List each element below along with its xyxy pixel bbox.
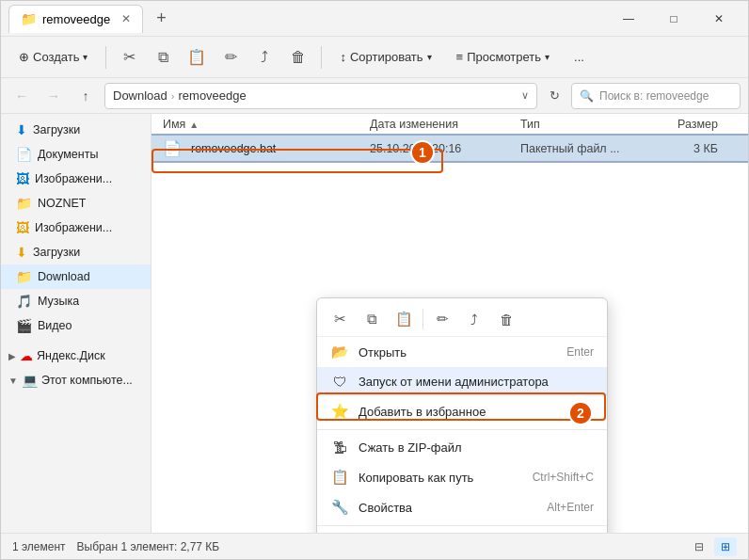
column-type-label: Тип <box>520 118 540 131</box>
sidebar-item-documents[interactable]: 📄 Документы <box>1 142 151 167</box>
file-bat-icon: 📄 <box>163 139 182 157</box>
ctx-runas-item[interactable]: 🛡 Запуск от имени администратора <box>317 367 607 396</box>
path-separator-1: › <box>171 90 175 102</box>
video-icon: 🎬 <box>16 318 32 333</box>
ctx-divider-2 <box>317 525 607 526</box>
view-button[interactable]: ≡ Просмотреть ▾ <box>446 45 561 69</box>
content-area: ⬇ Загрузки 📄 Документы 🖼 Изображени... 📁… <box>1 114 748 533</box>
ctx-copypath-shortcut: Ctrl+Shift+C <box>533 471 594 484</box>
tab-title: removeedge <box>42 12 110 26</box>
file-row[interactable]: 📄 removeedge.bat 25.10.2022 20:16 Пакетн… <box>151 136 748 161</box>
computer-icon: 💻 <box>22 373 38 388</box>
ctx-properties-shortcut: Alt+Enter <box>547 501 594 514</box>
download-folder-icon: 📁 <box>16 269 32 284</box>
file-size-cell: 3 КБ <box>643 142 718 155</box>
ctx-skype-item[interactable]: 🅢 Поделиться в Skype <box>317 529 607 533</box>
sidebar-item-video[interactable]: 🎬 Видео <box>1 313 151 338</box>
paste-button[interactable]: 📋 <box>182 42 212 72</box>
sort-icon: ↕ <box>340 50 346 64</box>
ctx-zip-label: Сжать в ZIP-файл <box>359 440 594 455</box>
address-bar: ← → ↑ Download › removeedge ∨ ↻ 🔍 Поиск … <box>1 78 748 114</box>
new-tab-button[interactable]: + <box>151 7 172 30</box>
address-path[interactable]: Download › removeedge ∨ <box>104 83 537 109</box>
context-menu: ✂ ⧉ 📋 ✏ ⤴ 🗑 📂 Открыть Enter 🛡 <box>316 297 608 533</box>
yandex-icon: ☁ <box>20 348 33 363</box>
sidebar-item-images2[interactable]: 🖼 Изображени... <box>1 216 151 240</box>
more-button[interactable]: ... <box>564 45 595 69</box>
ctx-rename-button[interactable]: ✏ <box>427 306 457 332</box>
downloads-icon: ⬇ <box>16 122 27 137</box>
sidebar-item-noznet[interactable]: 📁 NOZNET <box>1 191 151 216</box>
images2-icon: 🖼 <box>16 220 29 235</box>
ctx-open-label: Открыть <box>359 345 557 360</box>
window-controls: — □ ✕ <box>607 5 741 33</box>
delete-button[interactable]: 🗑 <box>283 42 313 72</box>
forward-button[interactable]: → <box>40 83 67 109</box>
view-chevron-icon: ▾ <box>545 52 550 62</box>
ctx-divider-1 <box>317 429 607 430</box>
sidebar-item-downloads2[interactable]: ⬇ Загрузки <box>1 240 151 264</box>
file-size-value: 3 КБ <box>693 142 718 155</box>
window: 📁 removeedge ✕ + — □ ✕ ⊕ Создать ▾ ✂ ⧉ 📋… <box>0 0 749 560</box>
share-button[interactable]: ⤴ <box>249 42 279 72</box>
column-size[interactable]: Размер <box>643 118 718 131</box>
list-view-button[interactable]: ⊞ <box>714 537 737 556</box>
ctx-cut-button[interactable]: ✂ <box>325 306 355 332</box>
rename-button[interactable]: ✏ <box>215 42 246 72</box>
ctx-share-button[interactable]: ⤴ <box>459 306 489 332</box>
file-type-value: Пакетный файл ... <box>520 142 620 155</box>
column-date[interactable]: Дата изменения <box>370 118 520 131</box>
sidebar-item-label: Документы <box>38 148 98 161</box>
status-selected-info: Выбран 1 элемент: 2,77 КБ <box>77 540 220 553</box>
close-button[interactable]: ✕ <box>697 5 741 33</box>
sidebar-item-label: Загрузки <box>33 246 80 259</box>
ctx-zip-icon: 🗜 <box>330 440 349 456</box>
ctx-favorites-item[interactable]: ⭐ Добавить в избранное <box>317 396 607 426</box>
sidebar-section-label: Этот компьюте... <box>41 374 133 387</box>
maximize-button[interactable]: □ <box>652 5 695 33</box>
sort-button[interactable]: ↕ Сортировать ▾ <box>329 45 441 69</box>
create-button[interactable]: ⊕ Создать ▾ <box>8 45 98 69</box>
active-tab[interactable]: 📁 removeedge ✕ <box>8 5 143 33</box>
search-box[interactable]: 🔍 Поиск в: removeedge <box>571 83 741 109</box>
context-menu-toolbar: ✂ ⧉ 📋 ✏ ⤴ 🗑 <box>317 302 607 337</box>
music-icon: 🎵 <box>16 294 32 309</box>
column-size-label: Размер <box>677 118 718 131</box>
toolbar-separator-1 <box>105 46 106 69</box>
column-name[interactable]: Имя ▲ <box>163 118 370 131</box>
sidebar-item-label: Музыка <box>38 295 79 308</box>
cut-button[interactable]: ✂ <box>114 42 144 72</box>
sidebar-item-label: Изображени... <box>35 221 112 234</box>
sidebar-section-computer[interactable]: ▼ 💻 Этот компьюте... <box>1 368 151 392</box>
status-bar: 1 элемент Выбран 1 элемент: 2,77 КБ ⊟ ⊞ <box>1 533 748 559</box>
refresh-button[interactable]: ↻ <box>543 85 566 107</box>
ctx-properties-label: Свойства <box>359 501 537 515</box>
ctx-properties-item[interactable]: 🔧 Свойства Alt+Enter <box>317 492 607 522</box>
tab-close-button[interactable]: ✕ <box>121 12 131 25</box>
sidebar-item-images1[interactable]: 🖼 Изображени... <box>1 167 151 191</box>
file-type-cell: Пакетный файл ... <box>520 142 643 155</box>
ctx-zip-item[interactable]: 🗜 Сжать в ZIP-файл <box>317 433 607 462</box>
ctx-open-icon: 📂 <box>330 344 349 360</box>
ctx-copy-button[interactable]: ⧉ <box>357 306 387 332</box>
ctx-copypath-item[interactable]: 📋 Копировать как путь Ctrl+Shift+C <box>317 462 607 492</box>
create-label: Создать <box>33 50 79 64</box>
sidebar-item-music[interactable]: 🎵 Музыка <box>1 289 151 313</box>
column-type[interactable]: Тип <box>520 118 643 131</box>
search-placeholder: Поиск в: removeedge <box>599 89 709 103</box>
plus-icon: ⊕ <box>19 50 29 64</box>
title-bar: 📁 removeedge ✕ + — □ ✕ <box>1 1 748 37</box>
sidebar-item-download-folder[interactable]: 📁 Download <box>1 264 151 289</box>
minimize-button[interactable]: — <box>607 5 650 33</box>
details-view-button[interactable]: ⊟ <box>688 537 710 556</box>
ctx-open-item[interactable]: 📂 Открыть Enter <box>317 337 607 367</box>
file-area: Имя ▲ Дата изменения Тип Размер 📄 remove… <box>151 114 748 533</box>
ctx-favorites-label: Добавить в избранное <box>359 405 594 419</box>
up-button[interactable]: ↑ <box>72 83 99 109</box>
sidebar-section-yandex[interactable]: ▶ ☁ Яндекс.Диск <box>1 344 151 368</box>
ctx-delete-button[interactable]: 🗑 <box>491 306 521 332</box>
sidebar-item-downloads[interactable]: ⬇ Загрузки <box>1 118 151 142</box>
copy-button[interactable]: ⧉ <box>148 42 178 72</box>
ctx-paste-button[interactable]: 📋 <box>389 306 419 332</box>
back-button[interactable]: ← <box>8 83 35 109</box>
